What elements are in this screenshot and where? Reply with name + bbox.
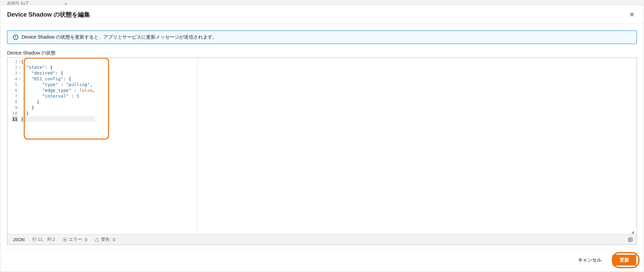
gutter-line: 4▾ [12,76,18,82]
info-banner-text: Device Shadow の状態を更新すると、アプリとサービスに更新メッセージ… [22,34,217,40]
modal-body: Device Shadow の状態を更新すると、アプリとサービスに更新メッセージ… [0,23,644,249]
statusbar-warnings-count: 0 [113,237,115,242]
code-line[interactable]: } [21,116,95,122]
gutter-line: 2▾ [12,64,18,70]
gutter-line: 5 [12,82,18,87]
edit-shadow-modal: Device Shadow の状態を編集 ✕ Device Shadow の状態… [0,5,644,272]
statusbar-cursor: 行 11、列 2 [32,236,55,243]
code-line[interactable]: } [21,99,95,105]
code-line[interactable]: "desired": { [21,70,95,76]
editor-statusbar: JSON 行 11、列 2 エラー: 0 警告: 0 [7,234,637,245]
gutter-line: 8 [12,99,18,105]
code-line[interactable]: "interval" : 5 [21,93,95,99]
statusbar-errors-label: エラー: [69,236,83,243]
code-line[interactable]: } [21,105,95,110]
gutter-line: 7 [12,93,18,99]
update-button[interactable]: 更新 [612,255,636,266]
cancel-button[interactable]: キャンセル [571,255,608,265]
warning-icon [95,237,99,242]
code-line[interactable]: } [21,110,95,116]
info-banner: Device Shadow の状態を更新すると、アプリとサービスに更新メッセージ… [7,30,637,44]
code-area[interactable]: 1▾2▾3▾4▾567891011 { "state": { "desired"… [7,58,637,234]
column-guide [197,58,198,234]
statusbar-errors: エラー: 0 [63,236,87,243]
gutter-line: 9 [12,105,18,110]
statusbar-errors-count: 0 [85,237,87,242]
resize-handle-icon[interactable]: ◢ [631,229,636,234]
code-line[interactable]: { [21,59,95,64]
code-lines[interactable]: { "state": { "desired": { "DI1_config": … [20,58,95,234]
close-button[interactable]: ✕ [627,10,637,19]
code-editor[interactable]: 1▾2▾3▾4▾567891011 { "state": { "desired"… [7,58,637,245]
close-icon: ✕ [629,11,635,18]
modal-footer: キャンセル 更新 [0,249,644,272]
code-line[interactable]: "DI1_config": { [21,76,95,82]
code-line[interactable]: "type" : "polling", [21,82,95,87]
error-icon [63,237,67,242]
code-line[interactable]: "edge_type" : false, [21,87,95,93]
modal-header: Device Shadow の状態を編集 ✕ [0,5,644,23]
line-gutter: 1▾2▾3▾4▾567891011 [7,58,20,234]
info-icon [13,35,18,40]
modal-title: Device Shadow の状態を編集 [7,11,90,19]
gutter-line: 1▾ [12,59,18,64]
code-line[interactable]: "state": { [21,64,95,70]
statusbar-warnings-label: 警告: [101,236,111,243]
settings-button[interactable] [627,237,633,243]
gutter-line: 10 [12,110,18,116]
gutter-line: 11 [12,116,18,122]
gear-icon [627,237,633,243]
statusbar-warnings: 警告: 0 [95,236,115,243]
gutter-line: 3▾ [12,70,18,76]
gutter-line: 6 [12,87,18,93]
statusbar-language: JSON [13,237,25,242]
editor-label: Device Shadow の状態 [7,50,637,56]
